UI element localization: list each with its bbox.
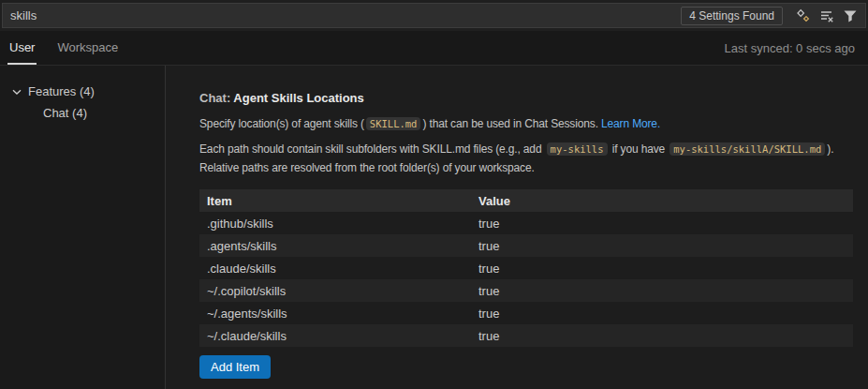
desc-line-1: Each path should contain skill subfolder… <box>199 140 862 158</box>
search-box: 4 Settings Found <box>2 3 866 28</box>
setting-detail: Chat: Agent Skills Locations Specify loc… <box>166 66 868 389</box>
toc-item-label: Chat (4) <box>43 106 87 120</box>
settings-editor: 4 Settings Found User Work <box>0 0 868 389</box>
value-cell: true <box>471 262 853 276</box>
value-cell: true <box>471 307 853 321</box>
item-cell: .claude/skills <box>199 262 471 276</box>
last-synced-status: Last synced: 0 secs ago <box>725 31 855 65</box>
table-header-row: Item Value <box>199 189 853 212</box>
add-item-button[interactable]: Add Item <box>199 355 271 379</box>
filter-icon[interactable] <box>840 6 861 26</box>
setting-description-2: Each path should contain skill subfolder… <box>199 140 862 177</box>
table-row[interactable]: .github/skills true <box>199 212 853 234</box>
desc-text: ) that can be used in Chat Sessions. <box>422 117 601 130</box>
desc-line-2: Relative paths are resolved from the roo… <box>199 158 862 177</box>
column-header-item: Item <box>199 194 471 208</box>
item-cell: .agents/skills <box>199 239 471 253</box>
table-row[interactable]: .agents/skills true <box>199 234 853 257</box>
table-row[interactable]: ~/.copilot/skills true <box>199 279 853 302</box>
settings-search-bar: 4 Settings Found <box>0 0 868 31</box>
desc-text: Specify location(s) of agent skills ( <box>199 117 364 130</box>
toc-item-label: Features (4) <box>28 84 95 98</box>
chevron-down-icon[interactable] <box>9 84 24 99</box>
tab-user[interactable]: User <box>7 31 37 65</box>
value-cell: true <box>471 217 853 231</box>
desc-text: if you have <box>610 142 669 156</box>
setting-title: Chat: Agent Skills Locations <box>199 91 862 105</box>
table-row[interactable]: ~/.claude/skills true <box>199 324 853 347</box>
tab-workspace[interactable]: Workspace <box>55 31 120 65</box>
settings-scope-tabs: User Workspace Last synced: 0 secs ago <box>0 31 868 66</box>
item-cell: ~/.agents/skills <box>199 307 471 321</box>
code-span: SKILL.md <box>366 117 421 130</box>
clear-search-results-icon[interactable] <box>817 6 837 26</box>
settings-body: Features (4) Chat (4) Chat: Agent Skills… <box>0 66 868 389</box>
settings-toc: Features (4) Chat (4) <box>0 66 166 389</box>
value-cell: true <box>471 284 853 298</box>
item-cell: .github/skills <box>199 217 471 231</box>
setting-category: Chat: <box>199 91 233 105</box>
learn-more-link[interactable]: Learn More. <box>601 117 660 130</box>
desc-text: ). <box>827 142 833 156</box>
toc-item-chat[interactable]: Chat (4) <box>0 102 165 124</box>
setting-description-1: Specify location(s) of agent skills (SKI… <box>199 114 862 133</box>
skills-locations-table: Item Value .github/skills true .agents/s… <box>199 189 853 347</box>
search-input[interactable] <box>10 8 681 22</box>
toc-item-features[interactable]: Features (4) <box>0 81 165 102</box>
item-cell: ~/.copilot/skills <box>199 284 471 298</box>
code-span: my-skills <box>547 142 608 156</box>
table-row[interactable]: .claude/skills true <box>199 257 853 279</box>
column-header-value: Value <box>471 194 853 208</box>
item-cell: ~/.claude/skills <box>199 329 471 343</box>
desc-text: Each path should contain skill subfolder… <box>199 142 545 156</box>
value-cell: true <box>471 329 853 343</box>
code-span: my-skills/skillA/SKILL.md <box>669 142 825 156</box>
setting-name: Agent Skills Locations <box>233 91 363 105</box>
results-count-badge: 4 Settings Found <box>681 7 783 25</box>
ai-search-icon[interactable] <box>793 6 814 26</box>
value-cell: true <box>471 239 853 253</box>
table-row[interactable]: ~/.agents/skills true <box>199 302 853 324</box>
